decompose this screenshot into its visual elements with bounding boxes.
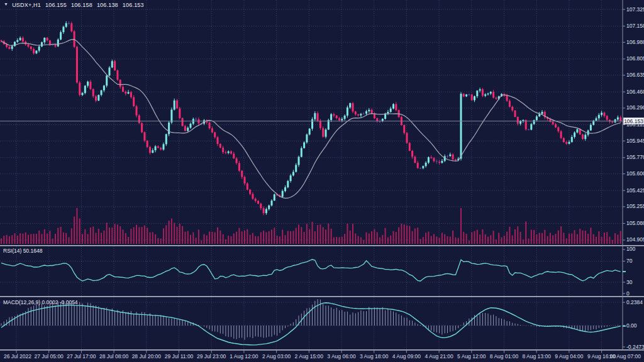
time-axis-label: 1 Aug 12:00 xyxy=(226,354,262,359)
price-axis-label: 106.980 xyxy=(626,40,644,45)
time-axis-label: 29 Jul 11:00 xyxy=(162,354,197,359)
macd-indicator-label: MACD(12,26,9) 0.0002 -0.0054 xyxy=(3,299,78,305)
time-axis-label: 2 Aug 03:00 xyxy=(259,354,294,359)
volume-layer xyxy=(1,208,621,244)
time-axis-label: 3 Aug 18:00 xyxy=(357,354,392,359)
price-axis-label: 106.635 xyxy=(626,72,644,78)
price-axis-label: 106.460 xyxy=(626,89,644,95)
rsi-line xyxy=(1,260,621,281)
time-axis-label: 28 Jul 08:00 xyxy=(96,354,131,359)
grid-layer xyxy=(0,0,623,350)
time-axis-label: 2 Aug 15:00 xyxy=(291,354,326,359)
axis-ticks xyxy=(16,9,625,353)
time-axis-label: 26 Jul 2022 xyxy=(1,354,34,359)
rsi-axis-label: 30 xyxy=(626,280,632,285)
price-axis-label: 106.290 xyxy=(626,105,644,111)
rsi-axis-label: 70 xyxy=(626,258,632,264)
price-axis-label: 105.425 xyxy=(626,188,644,194)
current-price-tag: 106.153 xyxy=(623,118,644,124)
rsi-axis-label: 0 xyxy=(626,291,630,297)
symbol-period-label: USDX+,H1 xyxy=(12,2,41,8)
symbol-header: ▼ USDX+,H1 106.155 106.158 106.138 106.1… xyxy=(4,2,144,8)
time-axis-label: 3 Aug 06:00 xyxy=(324,354,359,359)
macd-signal-line xyxy=(1,303,621,345)
chart-canvas[interactable] xyxy=(0,0,644,362)
separator-main-rsi[interactable] xyxy=(0,245,644,246)
ohlc-high: 106.158 xyxy=(71,2,92,8)
price-axis-label: 105.600 xyxy=(626,171,644,177)
time-axis-label: 28 Jul 20:00 xyxy=(129,354,164,359)
price-axis-label: 104.905 xyxy=(626,237,644,243)
separator-rsi-macd[interactable] xyxy=(0,296,644,297)
ma-line xyxy=(1,40,621,199)
macd-axis-label: 0.2384 xyxy=(626,300,643,305)
time-axis-label: 10 Aug 07:00 xyxy=(608,354,643,359)
time-axis-label: 27 Jul 17:00 xyxy=(64,354,99,359)
price-axis-label: 106.805 xyxy=(626,56,644,62)
macd-axis-label: -0.2473 xyxy=(626,344,644,350)
price-axis-label: 105.255 xyxy=(626,204,644,209)
macd-axis-label: 0.00 xyxy=(626,323,637,329)
time-axis-label: 29 Jul 23:00 xyxy=(194,354,229,359)
time-axis-label: 5 Aug 12:00 xyxy=(454,354,489,359)
price-axis-label: 105.945 xyxy=(626,138,644,144)
time-axis-label: 8 Aug 13:00 xyxy=(519,354,554,359)
price-axis-label: 105.770 xyxy=(626,155,644,160)
price-axis-label: 107.150 xyxy=(626,23,644,29)
time-axis-label: 8 Aug 01:00 xyxy=(487,354,522,359)
time-axis-label: 4 Aug 09:00 xyxy=(389,354,424,359)
ohlc-open: 106.155 xyxy=(45,2,67,8)
collapse-quickbar-icon[interactable]: ▼ xyxy=(4,2,8,8)
macd-histogram xyxy=(1,299,621,340)
price-axis-label: 105.080 xyxy=(626,221,644,226)
rsi-axis-label: 100 xyxy=(626,246,635,252)
time-axis-label: 27 Jul 05:00 xyxy=(31,354,67,359)
separator-macd-timeaxis[interactable] xyxy=(0,349,644,351)
candlestick-layer xyxy=(1,21,622,216)
time-axis-label: 9 Aug 04:00 xyxy=(552,354,587,359)
price-axis-label: 107.325 xyxy=(626,7,644,13)
ohlc-close: 106.153 xyxy=(123,2,144,8)
chart-window: ▼ USDX+,H1 106.155 106.158 106.138 106.1… xyxy=(0,0,644,362)
ohlc-low: 106.138 xyxy=(97,2,118,8)
rsi-indicator-label: RSI(14) 50.1648 xyxy=(3,248,42,254)
time-axis-label: 4 Aug 21:00 xyxy=(421,354,457,359)
